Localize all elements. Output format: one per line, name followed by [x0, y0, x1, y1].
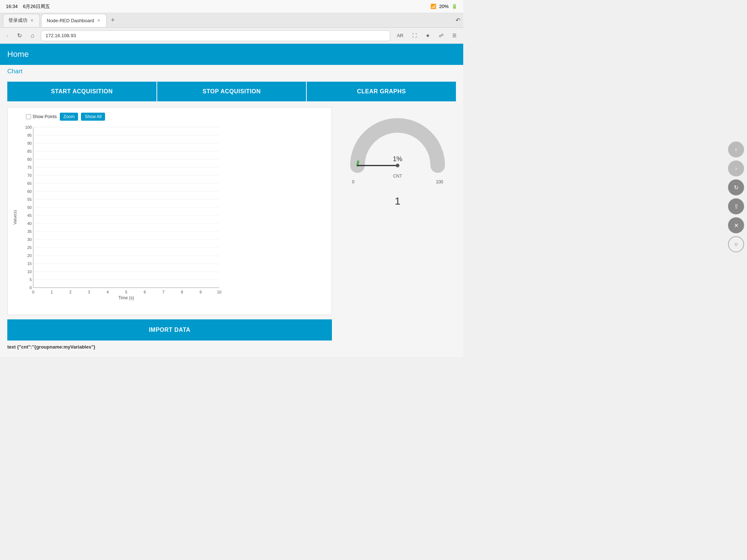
clear-graphs-button[interactable]: CLEAR GRAPHS: [307, 82, 456, 101]
svg-text:8: 8: [181, 290, 183, 294]
app-header: Home: [0, 44, 463, 65]
chart-container: Show Points Zoom Show All Value(s): [7, 107, 332, 315]
content-wrapper: START ACQUISITION STOP ACQUISITION CLEAR…: [7, 82, 456, 350]
address-actions: AR ⛶ ★ ☍ ☰: [395, 32, 459, 39]
svg-text:20: 20: [27, 253, 32, 258]
svg-text:1%: 1%: [393, 155, 402, 163]
main-content: START ACQUISITION STOP ACQUISITION CLEAR…: [0, 78, 463, 357]
zoom-button[interactable]: Zoom: [60, 113, 78, 121]
tab-login[interactable]: 登录成功 ✕: [3, 14, 40, 27]
svg-text:6: 6: [144, 290, 146, 294]
right-panel: 1% CNT 0 100 1: [339, 107, 456, 207]
tab-bar: 登录成功 ✕ Node-RED Dashboard ✕ + ↶: [0, 13, 463, 28]
y-axis-label: Value(s): [13, 210, 17, 225]
svg-text:2: 2: [69, 290, 71, 294]
svg-text:35: 35: [27, 229, 32, 234]
gauge-svg: 1%: [350, 114, 445, 173]
y-axis-ticks: 0 5 10 15 20 25: [25, 125, 219, 290]
svg-point-56: [396, 164, 399, 167]
chart-gauge-row: Show Points Zoom Show All Value(s): [7, 107, 456, 350]
back-button[interactable]: ‹: [4, 31, 11, 40]
svg-text:7: 7: [162, 290, 165, 294]
footer-content: {"cnt":"{groupname:myVariables"}: [17, 344, 96, 350]
svg-text:10: 10: [217, 290, 221, 294]
gauge-max: 100: [436, 179, 443, 184]
svg-text:45: 45: [27, 213, 32, 218]
address-bar: ‹ ↻ ⌂ AR ⛶ ★ ☍ ☰: [0, 28, 463, 44]
svg-text:25: 25: [27, 245, 32, 250]
battery-icon: 🔋: [452, 4, 457, 9]
svg-text:0: 0: [30, 285, 32, 290]
tab-login-label: 登录成功: [8, 17, 27, 24]
start-acquisition-button[interactable]: START ACQUISITION: [7, 82, 156, 101]
button-row: START ACQUISITION STOP ACQUISITION CLEAR…: [7, 82, 456, 101]
footer-prefix: text: [7, 344, 17, 350]
reader-button[interactable]: ☍: [437, 32, 446, 39]
svg-text:30: 30: [27, 237, 32, 242]
tab-login-close[interactable]: ✕: [30, 18, 34, 24]
chart-svg-wrapper: Value(s) 0 5: [11, 124, 332, 311]
status-date: 6月26日周五: [23, 4, 50, 9]
tab-add-button[interactable]: +: [108, 15, 118, 26]
left-panel: Show Points Zoom Show All Value(s): [7, 107, 332, 350]
svg-text:95: 95: [27, 133, 32, 137]
gauge-container: 1% CNT 0 100 1: [350, 114, 445, 207]
battery-text: 20%: [439, 4, 449, 9]
svg-text:70: 70: [27, 173, 32, 178]
wifi-icon: 📶: [430, 4, 436, 9]
svg-text:50: 50: [27, 205, 32, 210]
svg-text:9: 9: [200, 290, 202, 294]
svg-text:10: 10: [27, 269, 32, 274]
x-axis-label: Time (s): [118, 295, 134, 300]
gauge-minmax: 0 100: [352, 179, 443, 184]
gauge-label: CNT: [393, 174, 402, 179]
x-axis-ticks: 0 1 2 3 4 5 6 7 8 9 10: [32, 290, 221, 294]
svg-text:65: 65: [27, 181, 32, 186]
address-input[interactable]: [41, 30, 390, 41]
svg-text:80: 80: [27, 157, 32, 162]
fullscreen-button[interactable]: ⛶: [410, 32, 419, 39]
show-all-button[interactable]: Show All: [81, 113, 105, 121]
footer-text: text {"cnt":"{groupname:myVariables"}: [7, 344, 332, 350]
header-title: Home: [7, 50, 29, 59]
home-button[interactable]: ⌂: [28, 31, 36, 40]
svg-text:100: 100: [25, 125, 32, 129]
svg-text:60: 60: [27, 189, 32, 194]
status-right: 📶 20% 🔋: [430, 4, 457, 9]
tab-back-button[interactable]: ↶: [456, 17, 460, 24]
chart-controls: Show Points Zoom Show All: [11, 111, 332, 124]
svg-text:15: 15: [27, 261, 32, 266]
ar-button[interactable]: AR: [395, 32, 406, 39]
show-points-text: Show Points: [32, 114, 57, 119]
svg-text:75: 75: [27, 165, 32, 170]
svg-text:40: 40: [27, 221, 32, 226]
svg-text:55: 55: [27, 197, 32, 202]
show-points-label[interactable]: Show Points: [26, 114, 57, 119]
svg-text:1: 1: [51, 290, 53, 294]
sub-header: Chart: [0, 65, 463, 78]
sub-header-title: Chart: [7, 68, 23, 75]
svg-text:0: 0: [32, 290, 34, 294]
svg-text:4: 4: [107, 290, 109, 294]
svg-text:3: 3: [88, 290, 90, 294]
status-time: 16:34: [6, 4, 18, 9]
tab-dashboard[interactable]: Node-RED Dashboard ✕: [41, 14, 107, 27]
svg-text:90: 90: [27, 141, 32, 145]
show-points-checkbox[interactable]: [26, 114, 31, 119]
reload-button[interactable]: ↻: [15, 31, 24, 40]
gauge-min: 0: [352, 179, 355, 184]
menu-button[interactable]: ☰: [450, 32, 459, 39]
status-bar: 16:34 6月26日周五 📶 20% 🔋: [0, 0, 463, 13]
tab-dashboard-label: Node-RED Dashboard: [47, 18, 94, 23]
gauge-numeric-value: 1: [395, 195, 400, 207]
svg-text:85: 85: [27, 149, 32, 153]
bookmark-button[interactable]: ★: [423, 32, 432, 39]
status-time-date: 16:34 6月26日周五: [6, 3, 50, 10]
chart-svg: 0 5 10 15 20 25: [22, 124, 219, 299]
svg-text:5: 5: [30, 277, 32, 282]
tab-dashboard-close[interactable]: ✕: [96, 18, 101, 24]
import-data-button[interactable]: IMPORT DATA: [7, 319, 332, 341]
svg-text:5: 5: [125, 290, 127, 294]
stop-acquisition-button[interactable]: STOP ACQUISITION: [157, 82, 306, 101]
